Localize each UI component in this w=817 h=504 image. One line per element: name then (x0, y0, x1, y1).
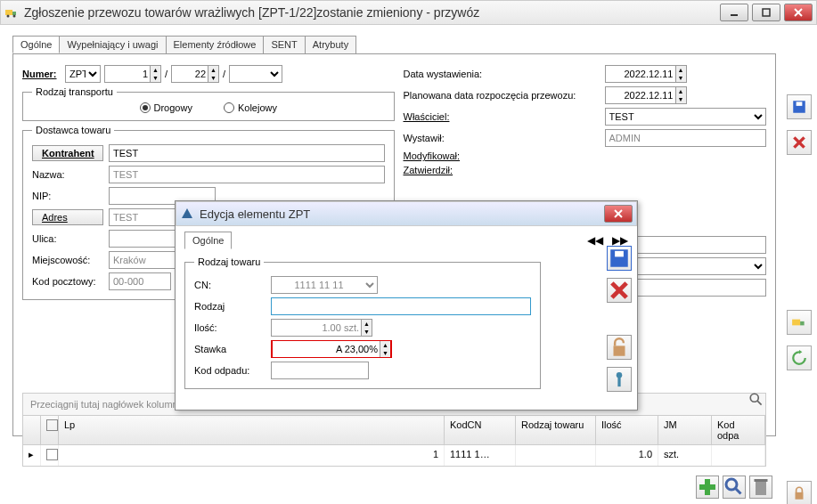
dialog-cancel-button[interactable] (607, 278, 632, 303)
maximize-button[interactable] (752, 4, 780, 21)
select-all-checkbox[interactable] (46, 419, 58, 431)
svg-point-3 (13, 15, 16, 18)
kontrahent-button[interactable]: Kontrahent (32, 145, 103, 161)
tab-ogolne[interactable]: Ogólne (12, 36, 60, 53)
svg-line-13 (736, 489, 741, 494)
col-kodcn[interactable]: KodCN (445, 416, 516, 444)
svg-rect-20 (792, 320, 800, 326)
radio-rail[interactable]: Kolejowy (224, 102, 277, 113)
prev-record-button[interactable]: ◀◀ (587, 234, 603, 247)
wlasc-label: Właściciel: (404, 111, 600, 122)
tab-elementy[interactable]: Elementy źródłowe (166, 36, 265, 53)
svg-rect-28 (615, 251, 624, 257)
svg-point-12 (726, 479, 737, 490)
cn-select[interactable]: 1111 11 11 (271, 276, 378, 294)
view-row-button[interactable] (723, 476, 746, 499)
svg-rect-31 (614, 345, 625, 355)
kododp-input[interactable] (271, 362, 369, 379)
next-record-button[interactable]: ▶▶ (612, 234, 628, 247)
tab-wypelniajacy[interactable]: Wypełniający i uwagi (59, 36, 166, 53)
window-title: Zgłoszenie przewozu towarów wrażliwych [… (24, 5, 720, 20)
rodzaj-towaru-fieldset: Rodzaj towaru CN:1111 11 11 Rodzaj Ilość… (184, 256, 541, 389)
col-kododpa[interactable]: Kod odpa (712, 416, 765, 444)
wystawil-label: Wystawił: (404, 133, 600, 143)
kontrahent-input[interactable] (109, 144, 385, 162)
add-row-button[interactable] (696, 476, 719, 499)
svg-rect-17 (797, 102, 803, 106)
tab-atrybuty[interactable]: Atrybuty (305, 36, 356, 53)
svg-point-2 (7, 15, 10, 18)
datawyst-input[interactable]: ▲▼ (605, 65, 687, 83)
kododp-label: Kod odpadu: (194, 365, 266, 376)
col-ilosc[interactable]: Ilość (596, 416, 658, 444)
number2-input[interactable]: ▲▼ (171, 65, 219, 83)
rodzaj-input[interactable] (271, 297, 531, 315)
miej-label: Miejscowość: (32, 255, 103, 265)
dialog-save-button[interactable] (607, 246, 632, 271)
col-jm[interactable]: JM (658, 416, 712, 444)
number-row: Numer: ZPT ▲▼ / ▲▼ / (22, 65, 395, 83)
col-lp[interactable]: Lp (59, 416, 445, 444)
radio-road[interactable]: Drogowy (140, 102, 192, 113)
table-row[interactable]: ▸ 1 1111 1… 1.0 szt. (22, 445, 766, 467)
dialog-unlock-button[interactable] (607, 335, 632, 360)
svg-rect-14 (756, 482, 766, 495)
mod-label: Modyfikował: (404, 150, 600, 161)
plan-label: Planowana data rozpoczęcia przewozu: (404, 90, 600, 101)
stawka-label: Stawka (194, 344, 266, 354)
dialog-icon (180, 207, 194, 221)
refresh-button[interactable] (787, 345, 812, 370)
dialog-title: Edycja elementu ZPT (200, 207, 604, 221)
nazwa-label: Nazwa: (32, 169, 103, 180)
row-checkbox[interactable] (46, 449, 58, 460)
tab-sent[interactable]: SENT (263, 36, 305, 53)
zatw-label: Zatwierdził: (404, 165, 600, 175)
cancel-button[interactable] (787, 130, 812, 155)
adres-button[interactable]: Adres (32, 209, 103, 225)
svg-rect-23 (796, 492, 804, 500)
datawyst-label: Data wystawienia: (404, 69, 600, 79)
dialog-tab-ogolne[interactable]: Ogólne (184, 232, 232, 249)
svg-rect-1 (12, 12, 16, 15)
truck-icon (4, 5, 19, 20)
kod-input[interactable] (109, 272, 171, 290)
delete-row-button[interactable] (749, 476, 772, 499)
rodzaj-label: Rodzaj (194, 301, 266, 312)
svg-marker-24 (182, 208, 192, 218)
dialog-close-button[interactable] (604, 205, 633, 223)
truck-action-button[interactable] (787, 310, 812, 335)
save-button[interactable] (787, 94, 812, 119)
svg-rect-11 (699, 484, 715, 490)
transport-legend: Rodzaj transportu (32, 86, 117, 97)
close-button[interactable] (784, 4, 813, 21)
svg-line-9 (757, 401, 762, 405)
nip-label: NIP: (32, 191, 103, 201)
ulica-label: Ulica: (32, 233, 103, 244)
ilosc-label: Ilość: (194, 322, 266, 333)
lock-button[interactable] (787, 481, 812, 504)
cn-label: CN: (194, 280, 266, 290)
number-prefix[interactable]: ZPT (65, 65, 101, 83)
transport-fieldset: Rodzaj transportu Drogowy Kolejowy (22, 86, 395, 121)
dialog-pin-button[interactable] (607, 367, 632, 392)
svg-rect-5 (763, 9, 770, 16)
svg-point-8 (750, 394, 758, 402)
svg-rect-0 (5, 10, 12, 15)
dialog-titlebar: Edycja elementu ZPT (176, 201, 637, 226)
nazwa-input[interactable] (109, 166, 385, 183)
edit-dialog: Edycja elementu ZPT Ogólne ◀◀ ▶▶ Rodzaj … (175, 200, 638, 411)
number-label: Numer: (22, 69, 57, 79)
search-icon[interactable] (748, 392, 764, 410)
plan-input[interactable]: ▲▼ (605, 86, 687, 104)
grid-header: Lp KodCN Rodzaj towaru Ilość JM Kod odpa (22, 416, 766, 445)
svg-rect-33 (617, 375, 620, 386)
stawka-input[interactable]: ▲▼ (271, 340, 392, 358)
minimize-button[interactable] (720, 4, 748, 21)
svg-marker-22 (799, 350, 802, 354)
number3-select[interactable] (229, 65, 282, 83)
ilosc-input[interactable]: ▲▼ (271, 319, 372, 337)
window-buttons (720, 4, 813, 21)
number1-input[interactable]: ▲▼ (104, 65, 161, 83)
col-rodzaj[interactable]: Rodzaj towaru (516, 416, 596, 444)
wlasc-select[interactable]: TEST (605, 108, 767, 126)
